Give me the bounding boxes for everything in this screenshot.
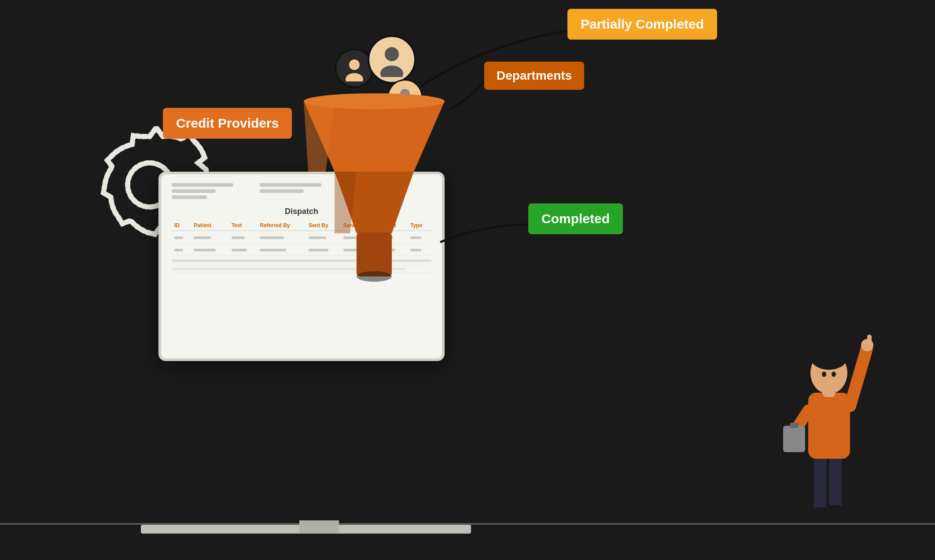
col-test: Test [229,221,258,231]
label-partially-completed: Partially Completed [567,9,717,40]
svg-rect-22 [790,423,799,428]
svg-point-1 [349,59,360,70]
svg-line-19 [850,349,867,406]
label-departments: Departments [484,62,584,90]
svg-rect-29 [867,335,872,348]
svg-rect-14 [814,454,826,512]
person-figure [781,296,878,525]
laptop-foot [299,520,339,534]
svg-point-26 [822,372,826,377]
svg-rect-9 [357,232,392,276]
svg-point-3 [385,47,399,61]
svg-point-17 [826,505,845,514]
label-credit-providers: Credit Providers [163,108,292,139]
svg-point-25 [810,345,847,370]
svg-point-12 [304,93,445,109]
svg-point-27 [832,372,836,377]
funnel-container [299,44,449,291]
col-patient: Patient [191,221,229,231]
col-referred: Referred By [257,221,306,231]
svg-rect-21 [783,426,805,452]
col-id: ID [172,221,191,231]
label-completed: Completed [528,203,623,234]
person-ball-light [368,35,416,84]
svg-rect-18 [808,393,850,459]
svg-point-4 [380,66,403,77]
svg-point-2 [346,73,363,81]
svg-point-13 [357,271,392,282]
main-scene: Dispatch ID Patient Test Referred By Sen… [0,0,935,560]
svg-rect-15 [829,454,842,509]
